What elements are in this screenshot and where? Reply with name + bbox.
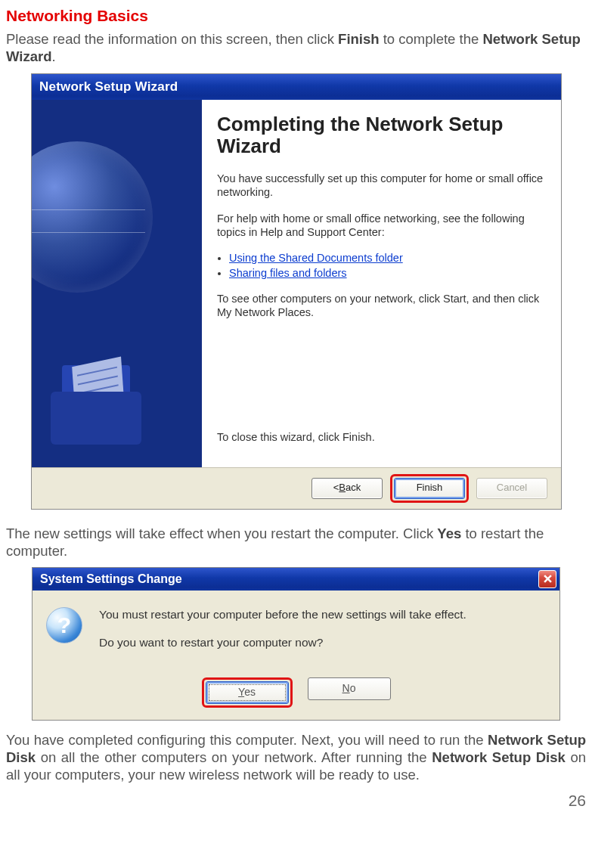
back-button[interactable]: < Back (311, 478, 383, 499)
middle-paragraph: The new settings will take effect when y… (6, 525, 586, 560)
text: Y (238, 686, 244, 698)
closing-paragraph: You have completed configuring this comp… (6, 731, 586, 783)
text: on all the other computers on your netwo… (36, 749, 432, 765)
text: Cancel (497, 482, 527, 494)
text: es (244, 686, 256, 698)
wizard-window: Network Setup Wizard Completing the Netw… (31, 73, 562, 510)
yes-button-highlight: Yes (202, 677, 293, 708)
no-button[interactable]: No (308, 677, 391, 700)
text: Finish (417, 482, 443, 494)
finish-button[interactable]: Finish (394, 478, 465, 499)
dialog-titlebar-text: System Settings Change (40, 572, 182, 587)
wizard-sidebar-graphic (32, 100, 202, 467)
finish-button-highlight: Finish (390, 474, 469, 503)
text: B (339, 482, 346, 494)
text: You have completed configuring this comp… (6, 732, 488, 748)
close-button[interactable] (538, 570, 556, 588)
yes-button[interactable]: Yes (206, 681, 289, 704)
bold-yes: Yes (437, 525, 461, 541)
bold-finish: Finish (338, 31, 379, 47)
wizard-heading: Completing the Network Setup Wizard (217, 113, 547, 159)
globe-graphic (32, 141, 153, 293)
dialog-window: System Settings Change ? You must restar… (32, 567, 560, 721)
printer-graphic (43, 346, 157, 445)
link-shared-documents[interactable]: Using the Shared Documents folder (229, 252, 403, 264)
dialog-button-row: Yes No (33, 674, 559, 720)
wizard-paragraph-3: To see other computers on your network, … (217, 292, 547, 319)
link-sharing-files[interactable]: Sharing files and folders (229, 267, 347, 279)
text: o (350, 682, 356, 694)
page-number: 26 (6, 791, 586, 811)
list-item: Using the Shared Documents folder (229, 251, 547, 265)
wizard-close-text: To close this wizard, click Finish. (217, 430, 375, 444)
wizard-button-bar: < Back Finish Cancel (32, 467, 561, 509)
section-heading: Networking Basics (6, 6, 586, 26)
wizard-client-area: Completing the Network Setup Wizard You … (32, 100, 561, 467)
dialog-body: ? You must restart your computer before … (33, 591, 559, 674)
dialog-line-1: You must restart your computer before th… (99, 607, 466, 622)
wizard-link-list: Using the Shared Documents folder Sharin… (217, 251, 547, 280)
text: The new settings will take effect when y… (6, 525, 437, 541)
wizard-content: Completing the Network Setup Wizard You … (202, 100, 561, 467)
dialog-line-2: Do you want to restart your computer now… (99, 635, 466, 649)
text: N (342, 682, 350, 694)
text: ack (346, 482, 361, 494)
intro-paragraph: Please read the information on this scre… (6, 30, 586, 65)
question-icon: ? (46, 607, 82, 643)
text: < (333, 482, 339, 494)
wizard-titlebar-text: Network Setup Wizard (39, 79, 178, 95)
dialog-titlebar: System Settings Change (33, 568, 559, 591)
text: Please read the information on this scre… (6, 31, 338, 47)
wizard-paragraph-1: You have successfully set up this comput… (217, 172, 547, 199)
bold-setup-disk-2: Network Setup Disk (432, 749, 566, 765)
close-icon (544, 575, 552, 583)
wizard-paragraph-2: For help with home or small office netwo… (217, 212, 547, 239)
cancel-button: Cancel (476, 478, 547, 499)
text: . (51, 48, 55, 64)
list-item: Sharing files and folders (229, 266, 547, 280)
text: to complete the (380, 31, 483, 47)
wizard-titlebar: Network Setup Wizard (32, 74, 561, 100)
dialog-text: You must restart your computer before th… (99, 607, 466, 664)
